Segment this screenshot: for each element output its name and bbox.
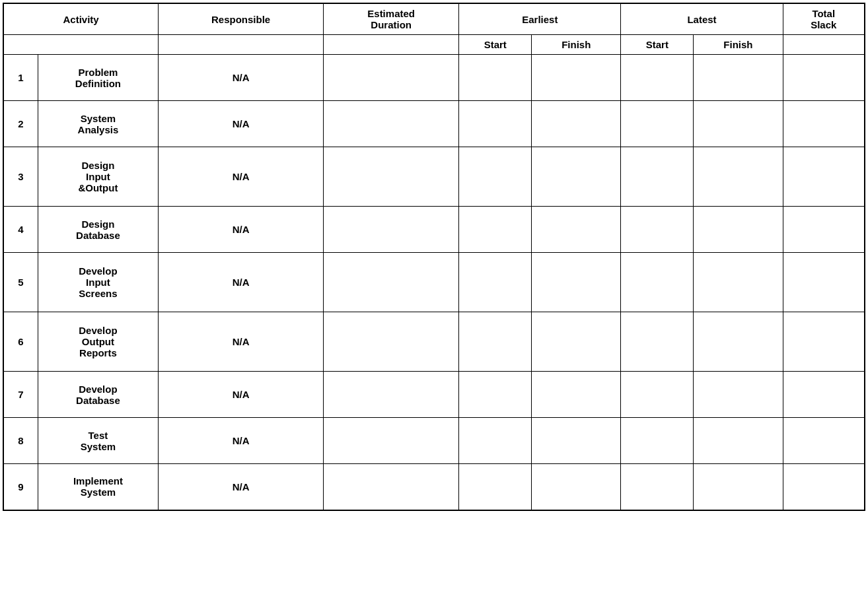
row-earliest-start: [459, 147, 532, 207]
row-earliest-finish: [532, 418, 621, 464]
header-activity-sub: [3, 35, 159, 55]
table-row: 1Problem DefinitionN/A: [3, 55, 865, 101]
header-earliest-start: Start: [459, 35, 532, 55]
row-num: 4: [3, 207, 38, 253]
row-duration: [323, 147, 458, 207]
row-latest-finish: [694, 147, 783, 207]
row-earliest-start: [459, 418, 532, 464]
header-earliest-finish: Finish: [532, 35, 621, 55]
row-responsible: N/A: [159, 147, 324, 207]
row-duration: [323, 312, 458, 372]
row-num: 3: [3, 147, 38, 207]
row-slack: [783, 101, 865, 147]
row-earliest-start: [459, 312, 532, 372]
table-row: 2System AnalysisN/A: [3, 101, 865, 147]
row-activity: Design Database: [38, 207, 159, 253]
row-earliest-start: [459, 55, 532, 101]
row-duration: [323, 372, 458, 418]
row-latest-finish: [694, 312, 783, 372]
row-latest-finish: [694, 207, 783, 253]
row-responsible: N/A: [159, 312, 324, 372]
row-duration: [323, 101, 458, 147]
row-num: 2: [3, 101, 38, 147]
row-slack: [783, 147, 865, 207]
row-duration: [323, 253, 458, 312]
row-latest-start: [621, 55, 694, 101]
table-row: 6Develop Output ReportsN/A: [3, 312, 865, 372]
header-earliest: Earliest: [459, 3, 621, 35]
row-latest-finish: [694, 101, 783, 147]
row-num: 9: [3, 464, 38, 510]
row-earliest-start: [459, 207, 532, 253]
row-duration: [323, 464, 458, 510]
table-row: 3Design Input &OutputN/A: [3, 147, 865, 207]
row-latest-finish: [694, 418, 783, 464]
row-earliest-start: [459, 464, 532, 510]
row-activity: Implement System: [38, 464, 159, 510]
row-earliest-finish: [532, 372, 621, 418]
table-row: 7Develop DatabaseN/A: [3, 372, 865, 418]
row-latest-start: [621, 418, 694, 464]
row-responsible: N/A: [159, 207, 324, 253]
row-activity: Test System: [38, 418, 159, 464]
row-earliest-finish: [532, 55, 621, 101]
row-num: 7: [3, 372, 38, 418]
row-earliest-finish: [532, 207, 621, 253]
row-latest-finish: [694, 253, 783, 312]
header-latest-start: Start: [621, 35, 694, 55]
row-activity: Develop Input Screens: [38, 253, 159, 312]
table-row: 9Implement SystemN/A: [3, 464, 865, 510]
row-activity: Develop Database: [38, 372, 159, 418]
row-earliest-finish: [532, 464, 621, 510]
row-activity: Design Input &Output: [38, 147, 159, 207]
row-duration: [323, 55, 458, 101]
row-slack: [783, 55, 865, 101]
row-num: 1: [3, 55, 38, 101]
row-latest-start: [621, 372, 694, 418]
row-activity: System Analysis: [38, 101, 159, 147]
row-num: 6: [3, 312, 38, 372]
row-latest-finish: [694, 372, 783, 418]
row-latest-start: [621, 464, 694, 510]
header-responsible-sub: [159, 35, 324, 55]
row-slack: [783, 253, 865, 312]
row-earliest-finish: [532, 101, 621, 147]
header-slack: Total Slack: [783, 3, 865, 35]
row-responsible: N/A: [159, 55, 324, 101]
row-latest-start: [621, 101, 694, 147]
row-activity: Develop Output Reports: [38, 312, 159, 372]
row-slack: [783, 464, 865, 510]
table-row: 5Develop Input ScreensN/A: [3, 253, 865, 312]
row-earliest-start: [459, 253, 532, 312]
row-latest-start: [621, 147, 694, 207]
row-latest-start: [621, 207, 694, 253]
row-duration: [323, 207, 458, 253]
row-responsible: N/A: [159, 464, 324, 510]
header-duration: Estimated Duration: [323, 3, 458, 35]
row-responsible: N/A: [159, 253, 324, 312]
row-latest-finish: [694, 55, 783, 101]
header-activity: Activity: [3, 3, 159, 35]
row-duration: [323, 418, 458, 464]
header-slack-sub: [783, 35, 865, 55]
row-slack: [783, 312, 865, 372]
row-earliest-start: [459, 101, 532, 147]
header-responsible: Responsible: [159, 3, 324, 35]
row-responsible: N/A: [159, 101, 324, 147]
row-latest-start: [621, 312, 694, 372]
row-responsible: N/A: [159, 418, 324, 464]
table-row: 8Test SystemN/A: [3, 418, 865, 464]
header-latest: Latest: [621, 3, 783, 35]
row-activity: Problem Definition: [38, 55, 159, 101]
header-duration-sub: [323, 35, 458, 55]
row-earliest-finish: [532, 253, 621, 312]
row-earliest-finish: [532, 312, 621, 372]
header-latest-finish: Finish: [694, 35, 783, 55]
row-latest-finish: [694, 464, 783, 510]
row-num: 8: [3, 418, 38, 464]
row-responsible: N/A: [159, 372, 324, 418]
row-slack: [783, 207, 865, 253]
row-slack: [783, 372, 865, 418]
row-earliest-start: [459, 372, 532, 418]
row-earliest-finish: [532, 147, 621, 207]
